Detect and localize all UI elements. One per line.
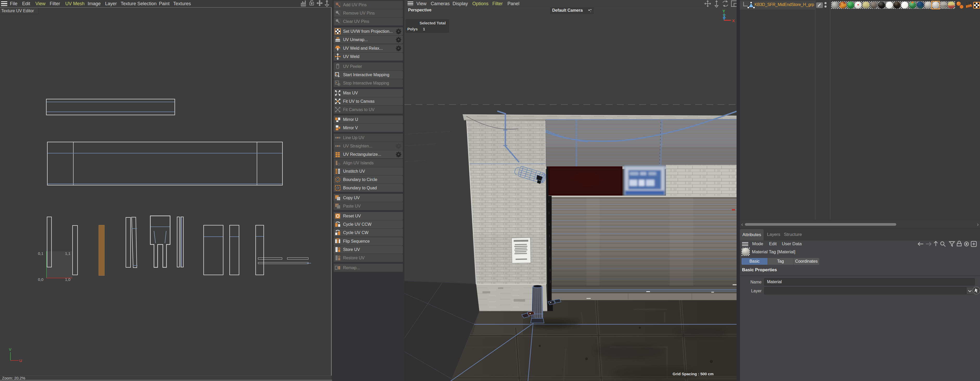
svg-text:U: U bbox=[19, 358, 22, 363]
svg-text:V: V bbox=[9, 347, 11, 352]
svg-text:X: X bbox=[732, 19, 735, 23]
svg-text:Y: Y bbox=[722, 9, 725, 13]
